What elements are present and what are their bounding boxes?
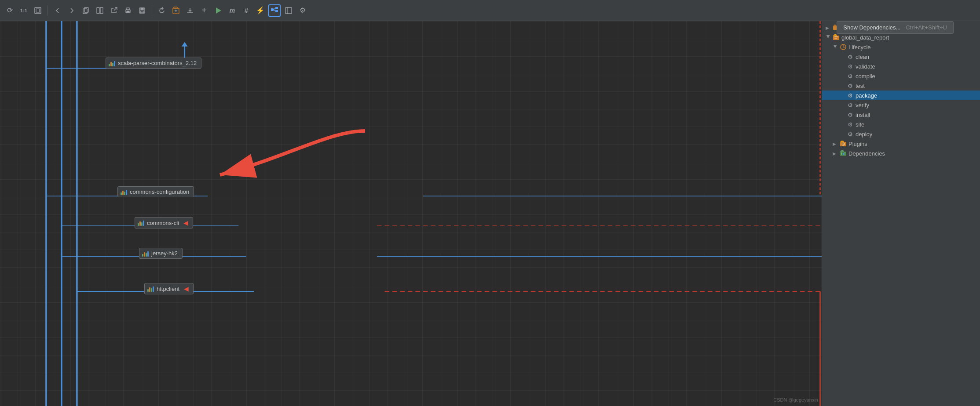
settings-icon[interactable]: ⚙ — [296, 4, 309, 17]
svg-rect-19 — [285, 7, 292, 14]
sidebar-item-dependencies[interactable]: ▶ Dependencies — [822, 149, 980, 158]
install-gear-icon: ⚙ — [847, 111, 854, 118]
svg-rect-50 — [843, 153, 844, 155]
commons-cli-node[interactable]: commons-cli ◀ — [135, 217, 193, 228]
dependencies-label: Dependencies — [848, 150, 976, 157]
package-gear-icon: ⚙ — [847, 92, 854, 99]
project-icon — [833, 34, 840, 41]
copy-icon[interactable] — [80, 4, 92, 17]
back-icon[interactable] — [51, 4, 64, 17]
bar-chart-icon4 — [142, 250, 149, 257]
forward-icon[interactable] — [66, 4, 78, 17]
diagram-area[interactable]: scala-parser-combinators_2.12 commons-co… — [0, 21, 822, 406]
verify-label: verify — [856, 102, 976, 109]
arrow-icon: ▶ — [826, 25, 831, 30]
main-container: scala-parser-combinators_2.12 commons-co… — [0, 21, 980, 406]
reset-icon[interactable]: ⟳ — [4, 4, 16, 17]
scala-parser-node[interactable]: scala-parser-combinators_2.12 — [106, 58, 201, 69]
validate-gear-icon: ⚙ — [847, 63, 854, 70]
httpclient-label: httpclient — [157, 286, 179, 292]
deploy-label: deploy — [856, 131, 976, 138]
install-label: install — [856, 112, 976, 118]
svg-rect-1 — [36, 9, 40, 12]
toggle-sidebar-icon[interactable] — [282, 4, 295, 17]
sidebar-item-lifecycle[interactable]: ▶ Lifecycle — [822, 42, 980, 52]
commons-configuration-node[interactable]: commons-configuration — [117, 186, 194, 197]
test-label: test — [856, 83, 976, 89]
show-deps-icon[interactable] — [268, 4, 281, 17]
clean-gear-icon: ⚙ — [847, 53, 854, 60]
sidebar-item-test[interactable]: ▶ ⚙ test — [822, 81, 980, 91]
sidebar-item-package[interactable]: ▶ ⚙ package — [822, 91, 980, 100]
ratio-icon[interactable]: 1:1 — [18, 4, 30, 17]
jersey-hk2-node[interactable]: jersey-hk2 — [139, 248, 183, 259]
project-label: global_data_report — [841, 34, 976, 41]
split-icon[interactable] — [94, 4, 106, 17]
compile-gear-icon: ⚙ — [847, 72, 854, 80]
plugins-icon — [840, 140, 847, 147]
lifecycle-icon — [840, 44, 847, 51]
svg-marker-13 — [216, 7, 221, 14]
test-gear-icon: ⚙ — [847, 82, 854, 89]
svg-rect-51 — [845, 152, 845, 155]
sidebar-item-validate[interactable]: ▶ ⚙ validate — [822, 62, 980, 71]
sidebar-item-clean[interactable]: ▶ ⚙ clean — [822, 52, 980, 62]
bar-chart-icon — [109, 60, 115, 66]
tooltip-label: Show Dependencies... — [843, 24, 900, 31]
verify-gear-icon: ⚙ — [847, 102, 854, 109]
compile-label: compile — [856, 73, 976, 80]
lightning-icon[interactable]: ⚡ — [254, 4, 267, 17]
plugins-arrow: ▶ — [833, 141, 838, 146]
red-arrow-annotation — [198, 122, 374, 201]
sidebar-item-project[interactable]: ▶ global_data_report — [822, 33, 980, 42]
add-module-icon[interactable] — [170, 4, 182, 17]
svg-rect-4 — [97, 7, 99, 14]
sep2 — [152, 5, 152, 16]
sidebar-item-deploy[interactable]: ▶ ⚙ deploy — [822, 129, 980, 139]
sidebar-item-install[interactable]: ▶ ⚙ install — [822, 110, 980, 120]
svg-rect-14 — [271, 8, 274, 11]
hash-icon[interactable]: # — [240, 4, 252, 17]
jersey-hk2-label: jersey-hk2 — [151, 250, 178, 257]
print-icon[interactable] — [122, 4, 134, 17]
svg-rect-42 — [834, 36, 838, 37]
download-icon[interactable] — [184, 4, 196, 17]
svg-line-18 — [274, 10, 275, 11]
maven-tree: ▶ Profiles ▶ — [822, 21, 980, 406]
plus-icon[interactable]: + — [198, 4, 210, 17]
sidebar-item-verify[interactable]: ▶ ⚙ verify — [822, 100, 980, 110]
plugins-label: Plugins — [848, 141, 976, 147]
svg-rect-15 — [275, 7, 278, 9]
deploy-gear-icon: ⚙ — [847, 130, 854, 138]
dependencies-icon — [840, 150, 847, 157]
dashed-arrow-indicator: ◀ — [183, 219, 188, 226]
refresh-icon[interactable] — [156, 4, 168, 17]
commons-config-label: commons-configuration — [130, 188, 189, 195]
external-icon[interactable] — [108, 4, 120, 17]
show-dependencies-tooltip: Show Dependencies... Ctrl+Alt+Shift+U — [837, 21, 954, 34]
save-icon[interactable] — [136, 4, 148, 17]
lifecycle-label: Lifecycle — [848, 44, 976, 51]
svg-rect-9 — [141, 8, 143, 10]
lifecycle-arrow: ▶ — [833, 44, 838, 50]
tooltip-shortcut: Ctrl+Alt+Shift+U — [906, 24, 947, 31]
bar-chart-icon5 — [147, 286, 154, 292]
httpclient-node[interactable]: httpclient ◀ — [144, 283, 194, 294]
bar-chart-icon2 — [121, 189, 127, 195]
site-gear-icon: ⚙ — [847, 121, 854, 128]
sidebar-item-compile[interactable]: ▶ ⚙ compile — [822, 71, 980, 81]
clean-label: clean — [856, 54, 976, 60]
maven-icon[interactable]: m — [226, 4, 238, 17]
svg-rect-3 — [83, 9, 87, 14]
watermark: CSDN @gegeyanxin — [773, 397, 818, 402]
dashed-arrow-indicator2: ◀ — [184, 285, 189, 292]
fit-icon[interactable] — [32, 4, 44, 17]
sidebar-item-site[interactable]: ▶ ⚙ site — [822, 120, 980, 129]
svg-line-17 — [274, 8, 275, 10]
sidebar-item-plugins[interactable]: ▶ Plugins — [822, 139, 980, 149]
run-icon[interactable] — [212, 4, 224, 17]
deps-arrow: ▶ — [833, 151, 838, 156]
expanded-arrow-icon: ▶ — [826, 35, 831, 40]
bar-chart-icon3 — [138, 220, 144, 226]
dependency-graph-svg — [0, 21, 822, 406]
